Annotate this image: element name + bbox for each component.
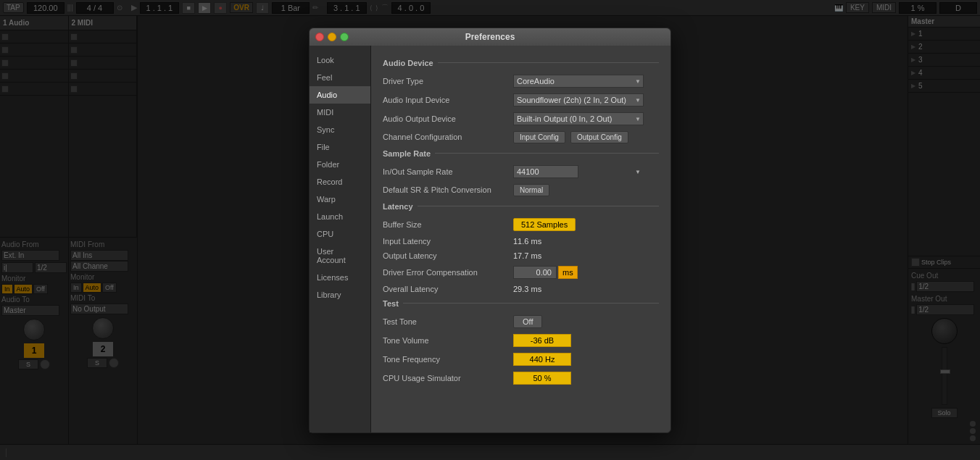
inout-rate-label: In/Out Sample Rate xyxy=(383,167,513,176)
tone-volume-label: Tone Volume xyxy=(383,336,513,345)
driver-error-unit: ms xyxy=(558,266,578,279)
buffer-size-button[interactable]: 512 Samples xyxy=(513,218,576,231)
tone-freq-control: 440 Hz xyxy=(513,353,659,366)
output-latency-row: Output Latency 17.7 ms xyxy=(383,251,659,260)
input-config-button[interactable]: Input Config xyxy=(513,131,565,143)
latency-title: Latency xyxy=(383,202,418,211)
driver-error-label: Driver Error Compensation xyxy=(383,268,513,277)
tone-volume-row: Tone Volume -36 dB xyxy=(383,334,659,347)
driver-type-select[interactable]: CoreAudio xyxy=(513,75,644,88)
default-sr-button[interactable]: Normal xyxy=(513,184,549,196)
driver-type-select-wrapper: CoreAudio xyxy=(513,75,644,88)
test-tone-label: Test Tone xyxy=(383,317,513,326)
nav-sync[interactable]: Sync xyxy=(310,121,370,138)
inout-rate-select[interactable]: 44100 xyxy=(513,165,578,178)
section-divider xyxy=(438,62,659,63)
modal-sidebar: Look Feel Audio MIDI Sync File Folder Re… xyxy=(310,46,371,432)
cpu-sim-label: CPU Usage Simulator xyxy=(383,374,513,382)
driver-error-input[interactable] xyxy=(513,266,557,279)
cpu-sim-slider[interactable]: 50 % xyxy=(513,372,571,385)
audio-input-label: Audio Input Device xyxy=(383,96,513,104)
channel-config-label: Channel Configuration xyxy=(383,133,513,141)
default-sr-row: Default SR & Pitch Conversion Normal xyxy=(383,184,659,196)
input-latency-display: 11.6 ms xyxy=(513,237,541,246)
buffer-size-control: 512 Samples xyxy=(513,218,659,231)
audio-output-row: Audio Output Device Built-in Output (0 I… xyxy=(383,112,659,125)
nav-record[interactable]: Record xyxy=(310,173,370,191)
nav-library[interactable]: Library xyxy=(310,286,370,304)
channel-config-control: Input Config Output Config xyxy=(513,131,659,143)
tone-freq-label: Tone Frequency xyxy=(383,355,513,364)
output-latency-label: Output Latency xyxy=(383,251,513,260)
modal-content-audio: Audio Device Driver Type CoreAudio Au xyxy=(371,46,670,432)
audio-output-label: Audio Output Device xyxy=(383,114,513,123)
latency-section-header: Latency xyxy=(383,202,659,211)
audio-device-section-header: Audio Device xyxy=(383,59,659,67)
modal-close-button[interactable] xyxy=(315,33,324,41)
nav-licenses[interactable]: Licenses xyxy=(310,269,370,286)
overall-latency-value: 29.3 ms xyxy=(513,285,659,293)
test-tone-control: Off xyxy=(513,315,659,328)
modal-body: Look Feel Audio MIDI Sync File Folder Re… xyxy=(310,46,670,432)
nav-user-account[interactable]: User Account xyxy=(310,243,370,269)
nav-feel[interactable]: Feel xyxy=(310,69,370,86)
driver-error-control: ms xyxy=(513,266,659,279)
test-tone-row: Test Tone Off xyxy=(383,315,659,328)
tone-volume-slider[interactable]: -36 dB xyxy=(513,334,571,347)
default-sr-label: Default SR & Pitch Conversion xyxy=(383,185,513,194)
inout-rate-row: In/Out Sample Rate 44100 xyxy=(383,165,659,178)
modal-title: Preferences xyxy=(465,32,515,42)
audio-output-select-wrapper: Built-in Output (0 In, 2 Out) xyxy=(513,112,644,125)
section-divider-2 xyxy=(435,153,659,154)
overall-latency-display: 29.3 ms xyxy=(513,285,541,293)
overall-latency-row: Overall Latency 29.3 ms xyxy=(383,285,659,293)
input-latency-label: Input Latency xyxy=(383,237,513,246)
modal-minimize-button[interactable] xyxy=(328,33,336,41)
modal-overlay: Preferences Look Feel Audio MIDI Sync Fi… xyxy=(0,0,980,460)
test-section-header: Test xyxy=(383,299,659,308)
audio-input-row: Audio Input Device Soundflower (2ch) (2 … xyxy=(383,93,659,106)
inout-rate-control: 44100 xyxy=(513,165,659,178)
test-tone-button[interactable]: Off xyxy=(513,315,542,328)
output-config-button[interactable]: Output Config xyxy=(570,131,628,143)
driver-type-row: Driver Type CoreAudio xyxy=(383,75,659,88)
sample-rate-title: Sample Rate xyxy=(383,149,435,158)
input-latency-value: 11.6 ms xyxy=(513,237,659,246)
nav-look[interactable]: Look xyxy=(310,51,370,69)
audio-input-select-wrapper: Soundflower (2ch) (2 In, 2 Out) xyxy=(513,93,644,106)
modal-maximize-button[interactable] xyxy=(340,33,349,41)
nav-warp[interactable]: Warp xyxy=(310,191,370,208)
inout-rate-select-wrapper: 44100 xyxy=(513,165,644,178)
nav-midi[interactable]: MIDI xyxy=(310,104,370,121)
modal-titlebar: Preferences xyxy=(310,28,670,46)
output-latency-display: 17.7 ms xyxy=(513,251,541,260)
audio-input-select[interactable]: Soundflower (2ch) (2 In, 2 Out) xyxy=(513,93,644,106)
buffer-size-label: Buffer Size xyxy=(383,220,513,229)
cpu-sim-row: CPU Usage Simulator 50 % xyxy=(383,372,659,385)
nav-file[interactable]: File xyxy=(310,138,370,156)
section-divider-4 xyxy=(403,303,659,304)
nav-audio[interactable]: Audio xyxy=(310,86,370,104)
tone-volume-control: -36 dB xyxy=(513,334,659,347)
buffer-size-row: Buffer Size 512 Samples xyxy=(383,218,659,231)
nav-folder[interactable]: Folder xyxy=(310,156,370,173)
overall-latency-label: Overall Latency xyxy=(383,285,513,293)
section-divider-3 xyxy=(418,206,659,206)
default-sr-control: Normal xyxy=(513,184,659,196)
channel-config-row: Channel Configuration Input Config Outpu… xyxy=(383,131,659,143)
preferences-modal: Preferences Look Feel Audio MIDI Sync Fi… xyxy=(309,28,671,433)
driver-type-label: Driver Type xyxy=(383,77,513,85)
tone-freq-slider[interactable]: 440 Hz xyxy=(513,353,571,366)
nav-launch[interactable]: Launch xyxy=(310,208,370,225)
audio-output-select[interactable]: Built-in Output (0 In, 2 Out) xyxy=(513,112,644,125)
tone-freq-row: Tone Frequency 440 Hz xyxy=(383,353,659,366)
output-latency-value: 17.7 ms xyxy=(513,251,659,260)
audio-input-control: Soundflower (2ch) (2 In, 2 Out) xyxy=(513,93,659,106)
nav-cpu[interactable]: CPU xyxy=(310,225,370,243)
audio-output-control: Built-in Output (0 In, 2 Out) xyxy=(513,112,659,125)
test-title: Test xyxy=(383,299,403,308)
input-latency-row: Input Latency 11.6 ms xyxy=(383,237,659,246)
driver-type-control: CoreAudio xyxy=(513,75,659,88)
audio-device-title: Audio Device xyxy=(383,59,438,67)
sample-rate-section-header: Sample Rate xyxy=(383,149,659,158)
